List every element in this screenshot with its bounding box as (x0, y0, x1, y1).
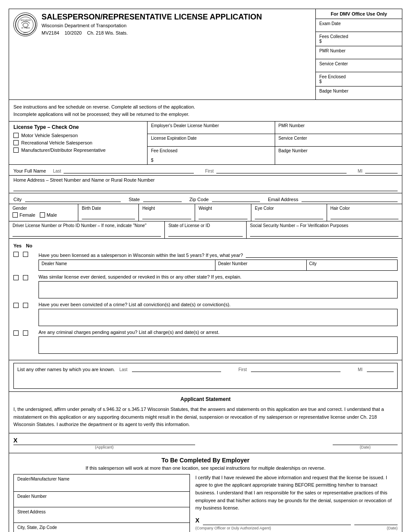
q3-text: Have you ever been convicted of a crime?… (39, 302, 398, 307)
recreational-vehicle-option[interactable]: Recreational Vehicle Salesperson (13, 140, 143, 145)
fee-enclosed-dmv-field: Fee Enclosed $ (316, 72, 402, 87)
manufacturer-checkbox[interactable] (13, 147, 19, 153)
email-field[interactable] (302, 195, 398, 202)
gender-cell: Gender Female Male (9, 204, 78, 221)
dmv-office-title: For DMV Office Use Only (316, 9, 402, 19)
q1-text: Have you been licensed as a salesperson … (39, 252, 398, 258)
dealer-manufacturer-name-field: Dealer/Manufacturer Name (14, 474, 189, 492)
q4-text: Are any criminal charges pending against… (39, 330, 398, 335)
dealer-info-row: Dealer Name Dealer Number City (39, 260, 398, 271)
state-license-field[interactable] (168, 230, 243, 237)
dealer-city-cell: City (307, 260, 398, 270)
q2-answer-area[interactable] (39, 281, 398, 298)
city-state-row: City State Zip Code Email Address (9, 193, 402, 204)
last-name-field[interactable] (64, 167, 194, 173)
recreational-vehicle-label: Recreational Vehicle Salesperson (21, 140, 93, 145)
ssn-field[interactable] (250, 230, 398, 237)
license-expiration-field: License Expiration Date (148, 134, 275, 146)
q1-yes-checkbox[interactable] (13, 252, 19, 257)
full-name-section: Your Full Name Last First MI (9, 165, 402, 176)
header-form: MV2184 10/2020 Ch. 218 Wis. Stats. (42, 29, 262, 37)
weight-label: Weight (199, 206, 247, 211)
city-field[interactable] (25, 195, 121, 202)
q2-yes-checkbox[interactable] (13, 275, 19, 280)
q4-answer-area[interactable] (39, 337, 398, 354)
employer-dealer-number-field: Dealer Number (14, 492, 189, 507)
birth-date-field[interactable] (82, 212, 135, 219)
employer-street-field: Street Address (14, 507, 189, 523)
dl-label: Driver License Number or Photo ID Number… (13, 223, 161, 228)
q1-answer-line[interactable] (246, 252, 398, 258)
mi-field[interactable] (365, 167, 398, 173)
weight-field[interactable] (199, 212, 247, 219)
pmr-number-field: PMR Number (316, 46, 402, 59)
employer-city-state-zip-field: City, State, Zip Code (14, 523, 189, 532)
q3-no-checkbox[interactable] (23, 303, 28, 308)
other-names-mi-field[interactable] (367, 366, 394, 372)
q2-no-checkbox[interactable] (23, 275, 28, 280)
q4-yes-checkbox[interactable] (13, 330, 19, 336)
zip-label: Zip Code (189, 197, 209, 202)
service-center-employer-field: Service Center (275, 134, 402, 146)
q1-no-checkbox[interactable] (23, 252, 28, 257)
motor-vehicle-checkbox[interactable] (13, 133, 19, 138)
other-names-first-field[interactable] (251, 366, 340, 372)
employer-date-label: (Date) (387, 525, 398, 531)
zip-field[interactable] (212, 195, 260, 202)
applicant-date-label: (Date) (333, 445, 398, 449)
birth-date-cell: Birth Date (78, 204, 139, 221)
motor-vehicle-label: Motor Vehicle Salesperson (21, 133, 78, 138)
other-names-mi-label: MI (358, 367, 363, 372)
dealer-name-cell: Dealer Name (39, 260, 215, 270)
company-officer-label: (Company Officer or Duly Authorized Agen… (195, 525, 271, 531)
wisconsin-logo: WISCONSIN OF TRANS DEPT. (13, 13, 37, 36)
statement-text: I, the undersigned, affirm under penalty… (13, 406, 398, 429)
first-label: First (205, 169, 213, 173)
motor-vehicle-option[interactable]: Motor Vehicle Salesperson (13, 133, 143, 138)
employer-date-line[interactable] (354, 519, 398, 525)
address-field[interactable] (13, 183, 398, 191)
instructions-text: See instructions and fee schedule on rev… (9, 100, 402, 122)
last-label: Last (53, 169, 61, 173)
q2-text: Was similar license ever denied, suspend… (39, 274, 398, 279)
signature-section: X (Applicant) (Date) (9, 433, 402, 453)
email-label: Email Address (268, 197, 298, 202)
male-checkbox[interactable] (40, 212, 45, 218)
dealer-number-cell: Dealer Number (215, 260, 307, 270)
female-option[interactable]: Female (13, 212, 35, 218)
applicant-x: X (13, 437, 333, 444)
page-title: SALESPERSON/REPRESENTATIVE LICENSE APPLI… (42, 13, 262, 22)
male-option[interactable]: Male (40, 212, 57, 218)
employer-sig-line[interactable] (203, 519, 351, 525)
other-names-last-field[interactable] (132, 366, 221, 372)
birth-date-label: Birth Date (82, 206, 135, 211)
q4-no-checkbox[interactable] (23, 330, 28, 336)
female-label: Female (19, 212, 35, 218)
city-label: City (13, 197, 22, 202)
badge-number-employer-field: Badge Number (275, 147, 402, 164)
dl-field[interactable] (13, 230, 161, 237)
eye-color-field[interactable] (255, 212, 323, 219)
eye-color-cell: Eye Color (251, 204, 327, 221)
height-field[interactable] (142, 212, 191, 219)
recreational-vehicle-checkbox[interactable] (13, 140, 19, 145)
employer-left-panel: Dealer/Manufacturer Name Dealer Number S… (13, 474, 190, 532)
q3-yes-checkbox[interactable] (13, 303, 19, 308)
service-center-field: Service Center (316, 59, 402, 72)
hair-color-cell: Hair Color (327, 204, 402, 221)
height-cell: Height (139, 204, 195, 221)
svg-text:DEPT.: DEPT. (23, 32, 28, 34)
full-name-label: Your Full Name (13, 168, 46, 173)
svg-text:WISCONSIN: WISCONSIN (20, 19, 30, 21)
manufacturer-option[interactable]: Manufacturer/Distributor Representative (13, 147, 143, 153)
mi-label: MI (358, 169, 363, 173)
dl-number-cell: Driver License Number or Photo ID Number… (9, 221, 165, 238)
statement-title: Applicant Statement (13, 396, 398, 402)
first-name-field[interactable] (216, 167, 347, 173)
female-checkbox[interactable] (13, 212, 18, 218)
eye-color-label: Eye Color (255, 206, 323, 211)
hair-color-field[interactable] (331, 212, 399, 219)
state-field[interactable] (143, 195, 182, 202)
q3-answer-area[interactable] (39, 309, 398, 326)
hair-color-label: Hair Color (331, 206, 399, 211)
